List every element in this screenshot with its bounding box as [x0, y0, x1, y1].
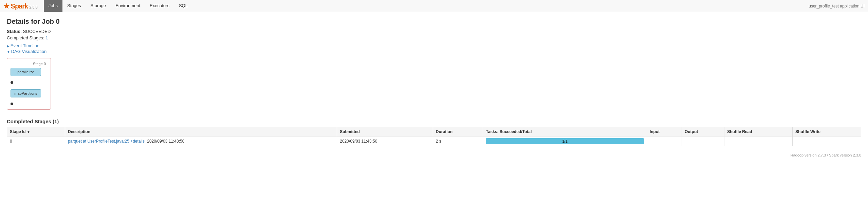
dag-stage-label: Stage 0: [11, 62, 46, 66]
completed-stages-count-link[interactable]: 1: [45, 35, 48, 40]
cell-submitted: 2020/09/03 11:43:50: [337, 136, 433, 146]
col-input: Input: [647, 127, 682, 136]
col-duration: Duration: [433, 127, 483, 136]
nav-links: Jobs Stages Storage Environment Executor…: [44, 0, 192, 12]
nav-environment[interactable]: Environment: [111, 0, 145, 12]
cell-output: [682, 136, 724, 146]
col-description: Description: [65, 127, 337, 136]
navbar: ★ Spark 2.3.0 Jobs Stages Storage Enviro…: [0, 0, 868, 12]
spark-version: 2.3.0: [29, 5, 37, 9]
nav-jobs[interactable]: Jobs: [44, 0, 62, 12]
nav-storage[interactable]: Storage: [86, 0, 111, 12]
page-title: Details for Job 0: [7, 18, 861, 25]
sort-icon: ▼: [27, 130, 30, 134]
app-info: user_profile_test application UI: [809, 4, 865, 8]
nav-sql[interactable]: SQL: [174, 0, 192, 12]
table-header-row: Stage Id ▼ Description Submitted Duratio…: [7, 127, 861, 136]
col-shuffle-read: Shuffle Read: [724, 127, 793, 136]
cell-tasks: 1/1: [483, 136, 647, 146]
progress-bar-fill: 1/1: [486, 138, 644, 144]
dag-arrow-line-3: [12, 98, 12, 103]
completed-stages-label: Completed Stages:: [7, 35, 44, 40]
dag-arrow-line: [12, 77, 12, 81]
dag-arrow-dot-2: [11, 103, 13, 105]
cell-stage-id: 0: [7, 136, 65, 146]
brand: ★ Spark 2.3.0: [3, 2, 38, 10]
details-link[interactable]: +details: [130, 139, 145, 144]
dag-arrow-line-2: [12, 84, 12, 89]
cell-input: [647, 136, 682, 146]
cell-shuffle-write: [793, 136, 861, 146]
content: Details for Job 0 Status: SUCCEEDED Comp…: [0, 12, 868, 163]
col-submitted: Submitted: [337, 127, 433, 136]
col-tasks: Tasks: Succeeded/Total: [483, 127, 647, 136]
cell-shuffle-read: [724, 136, 793, 146]
dag-container: Stage 0 parallelize mapPartitions: [7, 58, 51, 110]
col-stage-id[interactable]: Stage Id ▼: [7, 127, 65, 136]
footer-note: Hadoop version 2.7.3 / Spark version 2.3…: [7, 153, 861, 157]
col-shuffle-write: Shuffle Write: [793, 127, 861, 136]
completed-stages-section-title: Completed Stages (1): [7, 118, 861, 124]
dag-node-mappartitions: mapPartitions: [11, 89, 41, 97]
stages-table: Stage Id ▼ Description Submitted Duratio…: [7, 127, 861, 146]
cell-duration: 2 s: [433, 136, 483, 146]
stage-link[interactable]: parquet at UserProfileTest.java:25: [68, 139, 129, 144]
dag-visualization-toggle[interactable]: DAG Visualization: [7, 49, 861, 54]
dag-arrow-1: [11, 77, 13, 89]
status-label: Status:: [7, 29, 22, 34]
nav-stages[interactable]: Stages: [62, 0, 86, 12]
event-timeline-toggle[interactable]: Event Timeline: [7, 43, 861, 48]
col-output: Output: [682, 127, 724, 136]
spark-logo: ★ Spark: [3, 2, 28, 10]
completed-stages-line: Completed Stages: 1: [7, 35, 861, 40]
submitted-text: 2020/09/03 11:43:50: [147, 139, 184, 144]
status-line: Status: SUCCEEDED: [7, 29, 861, 34]
cell-description: parquet at UserProfileTest.java:25 +deta…: [65, 136, 337, 146]
progress-bar-wrap: 1/1: [486, 138, 644, 144]
status-value: SUCCEEDED: [23, 29, 51, 34]
dag-arrow-dot: [11, 81, 13, 84]
table-row: 0 parquet at UserProfileTest.java:25 +de…: [7, 136, 861, 146]
dag-arrow-2: [11, 98, 13, 105]
dag-node-parallelize: parallelize: [11, 68, 41, 76]
nav-executors[interactable]: Executors: [145, 0, 174, 12]
